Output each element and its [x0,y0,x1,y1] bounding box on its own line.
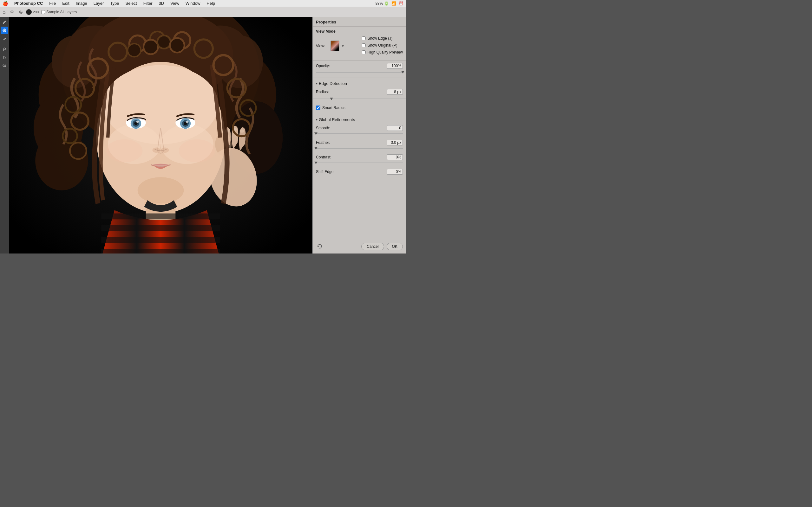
contrast-value[interactable]: 0% [387,154,403,160]
menu-3d[interactable]: 3D [156,0,167,6]
svg-rect-47 [101,214,220,220]
show-edge-checkbox[interactable] [362,37,366,40]
ok-button[interactable]: OK [387,243,403,250]
svg-point-46 [240,129,244,132]
view-label: View: [316,44,328,48]
feather-slider-thumb[interactable] [314,147,317,150]
opacity-label: Opacity: [316,64,330,68]
brush-controls: ⚙ ◎ 200 [8,8,39,16]
app-name[interactable]: Photoshop CC [12,0,45,6]
tool-healing-brush[interactable] [1,26,8,34]
opacity-slider-track [316,72,403,72]
opacity-row: Opacity: 100% [316,63,403,69]
view-dropdown-arrow[interactable]: ▼ [341,44,345,48]
smooth-slider[interactable] [316,131,403,136]
clock: ⏰ [399,1,403,6]
menu-filter[interactable]: Filter [141,0,155,6]
view-mode-title: View Mode [316,29,403,34]
smooth-slider-track [316,133,403,134]
wifi-icon: 📶 [392,1,396,6]
global-refinements-title: Global Refinements [319,117,355,122]
shift-edge-value[interactable]: 0% [387,169,403,175]
global-refinements-section: ▾ Global Refinements Smooth: 0 Feather: … [313,114,406,178]
svg-point-66 [143,40,158,54]
apple-menu[interactable]: 🍎 [3,1,8,6]
menu-edit[interactable]: Edit [60,0,72,6]
tool-zoom[interactable] [1,62,8,69]
opacity-slider-thumb[interactable] [401,71,404,73]
opacity-value[interactable]: 100% [387,63,403,69]
menubar-right: 87% 🔋 📶 ⏰ [375,1,403,6]
brush-preset-icon[interactable]: ⚙ [8,8,16,16]
panel-title: Properties [316,20,336,24]
edge-detection-section: ▾ Edge Detection Radius: 8 px Smart Radi… [313,78,406,114]
bottom-buttons: Cancel OK [313,239,406,253]
high-quality-checkbox[interactable] [362,50,366,54]
menu-file[interactable]: File [47,0,58,6]
menu-view[interactable]: View [168,0,182,6]
home-icon[interactable]: ⌂ [3,9,6,15]
contrast-slider[interactable] [316,161,403,165]
edge-detection-header[interactable]: ▾ Edge Detection [313,79,406,88]
radius-value[interactable]: 8 px [387,89,403,95]
menu-select[interactable]: Select [123,0,139,6]
svg-point-26 [179,139,215,162]
shift-edge-row: Shift Edge: 0% [316,169,403,175]
menu-layer[interactable]: Layer [91,0,107,6]
radius-label: Radius: [316,90,329,94]
tool-pencil[interactable] [1,35,8,43]
portrait-canvas [9,17,312,253]
smart-radius-label: Smart Radius [322,106,345,110]
reset-button[interactable] [316,243,323,250]
left-toolbar [0,17,9,253]
smooth-label: Smooth: [316,126,330,130]
contrast-label: Contrast: [316,155,332,159]
menu-image[interactable]: Image [73,0,90,6]
global-refinements-chevron: ▾ [316,118,317,121]
menu-type[interactable]: Type [107,0,121,6]
menu-window[interactable]: Window [183,0,203,6]
show-edge-label: Show Edge (J) [368,36,393,41]
opacity-slider[interactable] [316,70,403,74]
smooth-slider-thumb[interactable] [314,132,317,135]
feather-slider-track [316,148,403,149]
brush-color-swatch[interactable] [26,9,32,15]
smooth-row: Smooth: 0 [316,125,403,131]
tool-brush[interactable] [1,18,8,26]
smart-radius-checkbox[interactable] [316,106,320,110]
view-thumbnail[interactable] [331,41,339,51]
sample-all-layers-checkbox[interactable] [41,10,45,14]
svg-point-41 [138,177,184,204]
panel-header: Properties [313,17,406,26]
shift-edge-label: Shift Edge: [316,170,335,174]
cancel-button[interactable]: Cancel [361,243,384,250]
svg-point-13 [35,131,88,190]
radius-slider-track [313,99,406,99]
show-original-row: Show Original (P) [362,43,403,48]
svg-point-4 [3,48,6,50]
brush-angle-icon[interactable]: ◎ [17,8,25,16]
radius-row: Radius: 8 px [313,88,406,96]
tool-hand[interactable] [1,54,8,61]
show-original-checkbox[interactable] [362,43,366,47]
global-refinements-header[interactable]: ▾ Global Refinements [313,115,406,124]
main-layout: Properties View Mode View: ▼ Show Edge (… [0,17,406,253]
view-mode-section: View Mode View: ▼ Show Edge (J) Show Ori… [313,26,406,60]
sample-all-layers-control[interactable]: Sample All Layers [41,10,77,14]
radius-slider[interactable] [313,97,406,101]
right-panel: Properties View Mode View: ▼ Show Edge (… [312,17,406,253]
tool-lasso[interactable] [1,45,8,53]
radius-slider-thumb[interactable] [330,98,333,100]
high-quality-row: High Quality Preview [362,50,403,55]
feather-slider[interactable] [316,146,403,151]
smooth-value[interactable]: 0 [387,125,403,131]
menu-help[interactable]: Help [204,0,217,6]
svg-rect-48 [101,225,220,231]
contrast-slider-thumb[interactable] [314,162,317,164]
portrait-svg [9,17,312,253]
canvas-area[interactable] [9,17,312,253]
contrast-prop: Contrast: 0% [313,153,406,165]
smart-radius-row: Smart Radius [313,104,406,111]
svg-point-67 [157,36,171,49]
feather-value[interactable]: 0.0 px [387,140,403,146]
